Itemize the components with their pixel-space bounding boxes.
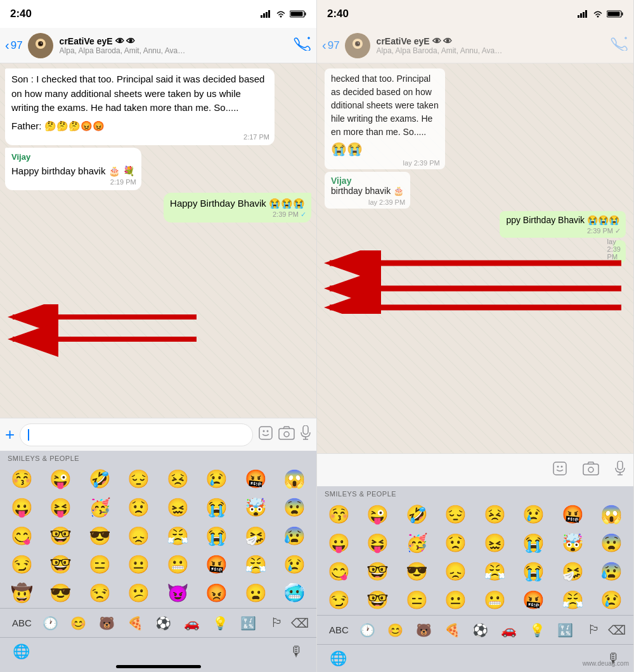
recent-emoji-icon-right[interactable]: 🕐 bbox=[353, 623, 382, 638]
emoji-cell-r[interactable]: 😚 bbox=[320, 500, 358, 528]
emoji-cell[interactable]: 😨 bbox=[276, 493, 314, 521]
mic-button-right[interactable] bbox=[614, 461, 626, 480]
delete-key-right[interactable]: ⌫ bbox=[608, 623, 626, 638]
emoji-cell-r[interactable]: 😭 bbox=[515, 529, 553, 557]
emoji-cell[interactable]: 😐 bbox=[120, 550, 158, 578]
emoji-cell-r[interactable]: 🤓 bbox=[359, 586, 398, 614]
emoji-cell-r[interactable]: 😣 bbox=[476, 500, 514, 528]
emoji-cell[interactable]: 😢 bbox=[198, 465, 236, 493]
emoji-cell[interactable]: 🥳 bbox=[81, 493, 119, 521]
emoji-cell-r[interactable]: 😢 bbox=[593, 586, 631, 614]
emoji-cell[interactable]: 😰 bbox=[276, 522, 314, 550]
back-button-right[interactable]: ‹ 97 bbox=[322, 38, 340, 53]
emoji-cell-r[interactable]: 🤧 bbox=[553, 557, 592, 585]
emoji-cell-r[interactable]: 😬 bbox=[476, 586, 514, 614]
emoji-cell-r[interactable]: 🤓 bbox=[359, 557, 398, 585]
emoji-cell-r[interactable]: 😤 bbox=[476, 557, 514, 585]
emoji-cell[interactable]: 🤬 bbox=[198, 550, 236, 578]
emoji-cell-r[interactable]: 😞 bbox=[437, 557, 476, 585]
abc-key[interactable]: ABC bbox=[8, 617, 36, 628]
emoji-cell-r[interactable]: 😜 bbox=[359, 500, 398, 528]
travel-tab-icon[interactable]: 🚗 bbox=[178, 616, 206, 631]
emoji-cell[interactable]: 😚 bbox=[3, 465, 41, 493]
emoji-cell-r[interactable]: 🤯 bbox=[553, 529, 592, 557]
emoji-cell[interactable]: 😡 bbox=[198, 579, 236, 607]
emoji-cell[interactable]: 😭 bbox=[198, 522, 236, 550]
emoji-cell[interactable]: 😤 bbox=[158, 522, 197, 550]
emoji-cell-r[interactable]: 😋 bbox=[320, 557, 358, 585]
emoji-cell[interactable]: 😱 bbox=[276, 465, 314, 493]
abc-key-right[interactable]: ABC bbox=[325, 624, 353, 635]
emoji-cell[interactable]: 😬 bbox=[158, 550, 197, 578]
emoji-cell[interactable]: 😑 bbox=[81, 550, 119, 578]
emoji-cell[interactable]: 🤣 bbox=[81, 465, 119, 493]
emoji-cell-r[interactable]: 😟 bbox=[437, 529, 476, 557]
flags-tab-icon[interactable]: 🏳 bbox=[262, 616, 291, 630]
emoji-cell-r[interactable]: 😔 bbox=[437, 500, 476, 528]
food-tab-right[interactable]: 🍕 bbox=[438, 623, 467, 638]
activity-tab-right[interactable]: ⚽ bbox=[467, 623, 495, 638]
emoji-cell[interactable]: 😤 bbox=[236, 550, 275, 578]
emoji-cell[interactable]: 😭 bbox=[198, 493, 236, 521]
emoji-cell-r[interactable]: 😤 bbox=[553, 586, 592, 614]
emoji-cell-r[interactable]: 😏 bbox=[320, 586, 358, 614]
emoji-cell-r[interactable]: 🤣 bbox=[398, 500, 436, 528]
emoji-cell[interactable]: 😦 bbox=[236, 579, 275, 607]
emoji-cell-r[interactable]: 😐 bbox=[437, 586, 476, 614]
activity-tab-icon[interactable]: ⚽ bbox=[150, 616, 178, 631]
call-button-left[interactable] bbox=[294, 37, 311, 55]
emoji-cell[interactable]: 😢 bbox=[276, 550, 314, 578]
objects-tab-right[interactable]: 💡 bbox=[523, 623, 552, 638]
emoji-cell[interactable]: 😞 bbox=[120, 522, 158, 550]
globe-button-right[interactable]: 🌐 bbox=[330, 650, 347, 667]
travel-tab-right[interactable]: 🚗 bbox=[495, 623, 523, 638]
emoji-cell[interactable]: 🤓 bbox=[42, 550, 81, 578]
emoji-cell[interactable]: 😏 bbox=[3, 550, 41, 578]
emoji-cell-r[interactable]: 😛 bbox=[320, 529, 358, 557]
emoji-cell-r[interactable]: 🤬 bbox=[553, 500, 592, 528]
emoji-cell[interactable]: 😛 bbox=[3, 493, 41, 521]
call-button-right[interactable] bbox=[611, 37, 628, 55]
emoji-cell[interactable]: 😋 bbox=[3, 522, 41, 550]
emoji-cell-r[interactable]: 😭 bbox=[515, 557, 553, 585]
objects-tab-icon[interactable]: 💡 bbox=[206, 616, 235, 631]
recent-emoji-icon[interactable]: 🕐 bbox=[36, 616, 65, 631]
emoji-cell[interactable]: 🤠 bbox=[3, 579, 41, 607]
emoji-cell-r[interactable]: 😰 bbox=[593, 557, 631, 585]
emoji-cell-r[interactable]: 😑 bbox=[398, 586, 436, 614]
emoji-cell[interactable]: 🥶 bbox=[276, 579, 314, 607]
emoji-cell-r[interactable]: 🥳 bbox=[398, 529, 436, 557]
animal-tab-icon[interactable]: 🐻 bbox=[93, 616, 121, 631]
emoji-cell[interactable]: 🤧 bbox=[236, 522, 275, 550]
message-input[interactable] bbox=[20, 423, 253, 446]
emoji-cell[interactable]: 🤬 bbox=[236, 465, 275, 493]
keyboard-mic-button[interactable]: 🎙 bbox=[290, 643, 304, 660]
sticker-button-right[interactable] bbox=[552, 461, 567, 479]
emoji-cell[interactable]: 🤓 bbox=[42, 522, 81, 550]
emoji-cell[interactable]: 😎 bbox=[81, 522, 119, 550]
emoji-cell[interactable]: 😖 bbox=[158, 493, 197, 521]
smiley-tab-right[interactable]: 😊 bbox=[381, 623, 410, 638]
emoji-cell[interactable]: 😒 bbox=[81, 579, 119, 607]
emoji-cell[interactable]: 😈 bbox=[158, 579, 197, 607]
emoji-cell-r[interactable]: 😱 bbox=[593, 500, 631, 528]
emoji-cell-r[interactable]: 😝 bbox=[359, 529, 398, 557]
camera-button-right[interactable] bbox=[583, 462, 599, 479]
emoji-cell[interactable]: 😎 bbox=[42, 579, 81, 607]
emoji-cell[interactable]: 😟 bbox=[120, 493, 158, 521]
emoji-cell-r[interactable]: 😢 bbox=[515, 500, 553, 528]
smiley-tab-icon[interactable]: 😊 bbox=[64, 616, 93, 631]
camera-button[interactable] bbox=[278, 426, 295, 444]
emoji-cell-r[interactable]: 😨 bbox=[593, 529, 631, 557]
globe-button[interactable]: 🌐 bbox=[13, 643, 30, 660]
attach-button[interactable]: + bbox=[5, 425, 15, 444]
emoji-cell[interactable]: 😣 bbox=[158, 465, 197, 493]
flags-tab-right[interactable]: 🏳 bbox=[579, 623, 608, 637]
symbols-tab-icon[interactable]: 🔣 bbox=[235, 616, 263, 631]
emoji-cell-r[interactable]: 😖 bbox=[476, 529, 514, 557]
emoji-cell-r[interactable]: 🤬 bbox=[515, 586, 553, 614]
emoji-cell-r[interactable]: 😎 bbox=[398, 557, 436, 585]
symbols-tab-right[interactable]: 🔣 bbox=[552, 623, 580, 638]
mic-button[interactable] bbox=[300, 425, 311, 444]
emoji-cell[interactable]: 😔 bbox=[120, 465, 158, 493]
